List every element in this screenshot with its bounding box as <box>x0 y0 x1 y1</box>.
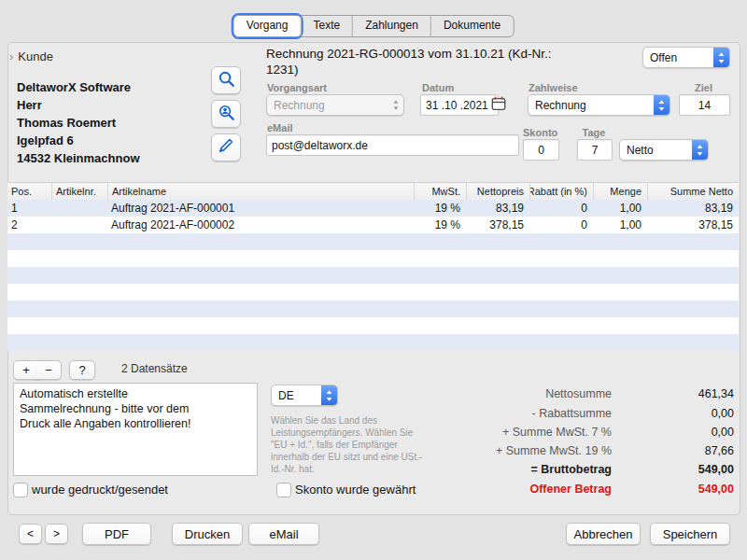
total-label-brutto: = Bruttobetrag <box>411 463 612 476</box>
customer-street: Igelpfad 6 <box>17 132 140 149</box>
edit-customer-button[interactable] <box>211 133 241 161</box>
cell-rabatt: 0 <box>529 200 593 217</box>
country-select-value: DE <box>272 385 321 405</box>
skonto-granted-checkbox[interactable] <box>276 483 291 497</box>
col-pos: Pos. <box>7 183 51 200</box>
printed-sent-checkbox[interactable] <box>13 483 28 497</box>
cell-artikelnr <box>51 200 107 217</box>
prev-record-button[interactable]: < <box>19 524 42 544</box>
total-label-offen: Offener Betrag <box>411 483 612 496</box>
skonto-label: Skonto <box>523 127 557 138</box>
cancel-button[interactable]: Abbrechen <box>566 523 641 545</box>
customer-city: 14532 Kleinmachnow <box>17 149 140 167</box>
cell-menge: 1,00 <box>593 217 647 233</box>
popup-arrows-icon <box>654 95 669 115</box>
cell-artikelname: Auftrag 2021-AF-000002 <box>107 217 414 233</box>
col-summe-netto: Summe Netto <box>647 183 739 200</box>
table-row[interactable]: 2 Auftrag 2021-AF-000002 19 % 378,15 0 1… <box>7 217 739 233</box>
tab-vorgang[interactable]: Vorgang <box>234 16 301 36</box>
customer-disclosure[interactable]: ›Kunde <box>9 49 53 63</box>
total-label: + Summe MwSt. 19 % <box>411 444 612 457</box>
skonto-field-value: 0 <box>538 144 544 157</box>
total-value: 461,34 <box>613 387 734 400</box>
search-person-icon <box>218 104 235 125</box>
cell-menge: 1,00 <box>593 200 647 217</box>
tab-zahlungen[interactable]: Zahlungen <box>352 16 430 36</box>
tab-texte[interactable]: Texte <box>300 16 352 36</box>
cell-summe: 378,15 <box>647 217 739 233</box>
datum-field-value: 31 .10 .2021 <box>426 99 488 112</box>
empty-row <box>7 317 739 334</box>
country-select[interactable]: DE <box>271 385 338 406</box>
cell-summe: 83,19 <box>647 200 739 217</box>
total-value-brutto: 549,00 <box>613 463 734 476</box>
cell-mwst: 19 % <box>414 200 466 217</box>
col-artikelname: Artikelname <box>107 183 414 200</box>
customer-section-label: Kunde <box>18 49 53 63</box>
col-nettopreis: Nettopreis <box>466 183 529 200</box>
empty-row <box>7 233 739 250</box>
status-select-value: Offen <box>643 48 713 67</box>
popup-arrows-icon <box>713 48 729 67</box>
total-value-offen: 549,00 <box>613 483 734 496</box>
table-body: 1 Auftrag 2021-AF-000001 19 % 83,19 0 1,… <box>7 200 739 351</box>
help-button[interactable]: ? <box>69 360 95 380</box>
pdf-button[interactable]: PDF <box>82 523 151 545</box>
cell-mwst: 19 % <box>414 217 466 233</box>
cell-pos: 2 <box>7 217 51 233</box>
total-label: + Summe MwSt. 7 % <box>411 426 612 439</box>
empty-row <box>7 267 739 284</box>
zahlweise-select-value: Rechnung <box>529 95 654 115</box>
table-row[interactable]: 1 Auftrag 2021-AF-000001 19 % 83,19 0 1,… <box>7 200 739 217</box>
add-row-button[interactable]: + <box>13 360 39 380</box>
cell-pos: 1 <box>7 200 51 217</box>
print-button[interactable]: Drucken <box>172 523 243 545</box>
ziel-field-value: 14 <box>698 99 711 112</box>
datum-field[interactable]: 31 .10 .2021 <box>420 94 499 116</box>
skonto-granted-checkbox-label: Skonto wurde gewährt <box>295 483 416 497</box>
netto-select[interactable]: Netto <box>619 139 709 161</box>
tab-dokumente[interactable]: Dokumente <box>430 16 513 36</box>
col-mwst: MwSt. <box>414 183 466 200</box>
empty-row <box>7 284 739 301</box>
table-header: Pos. Artikelnr. Artikelname MwSt. Nettop… <box>7 182 739 201</box>
col-artikelnr: Artikelnr. <box>51 183 107 200</box>
customer-address: DeltaworX Software Herr Thomas Roemert I… <box>17 78 140 167</box>
col-menge: Menge <box>593 183 647 200</box>
email-field-value: post@deltaworx.de <box>272 139 368 152</box>
email-field[interactable]: post@deltaworx.de <box>266 134 519 156</box>
total-value: 0,00 <box>613 407 734 420</box>
tage-field[interactable]: 7 <box>577 139 613 161</box>
disclosure-chevron-icon: › <box>9 49 13 63</box>
netto-select-value: Netto <box>620 140 692 160</box>
total-label: Nettosumme <box>411 387 612 400</box>
skonto-field[interactable]: 0 <box>523 139 559 161</box>
record-count: 2 Datensätze <box>121 362 188 375</box>
popup-arrows-icon <box>692 140 708 160</box>
cell-nettopreis: 378,15 <box>466 217 529 233</box>
empty-row <box>7 250 739 267</box>
next-record-button[interactable]: > <box>45 524 68 544</box>
zahlweise-select[interactable]: Rechnung <box>528 94 670 116</box>
email-button[interactable]: eMail <box>248 523 319 545</box>
ziel-field[interactable]: 14 <box>679 94 730 116</box>
customer-name: Thomas Roemert <box>17 114 140 132</box>
ziel-label: Ziel <box>679 82 728 93</box>
popup-arrows-icon <box>321 385 337 405</box>
save-button[interactable]: Speichern <box>650 523 730 545</box>
lookup-customer-button[interactable] <box>211 100 241 128</box>
remove-row-button[interactable]: − <box>36 360 62 380</box>
pencil-icon <box>218 137 234 158</box>
email-label: eMail <box>267 122 293 133</box>
datum-label: Datum <box>422 82 454 93</box>
search-customer-button[interactable] <box>211 66 241 94</box>
status-select[interactable]: Offen <box>642 47 730 68</box>
calendar-button[interactable] <box>490 95 507 112</box>
tab-bar: Vorgang Texte Zahlungen Dokumente <box>233 15 514 37</box>
popup-arrows-icon <box>388 95 403 115</box>
vorgangsart-select: Rechnung <box>266 94 404 116</box>
invoice-window: Vorgang Texte Zahlungen Dokumente ›Kunde… <box>0 0 747 560</box>
search-icon <box>218 70 235 91</box>
notes-textarea[interactable]: Automatisch erstellte Sammelrechnung - b… <box>13 383 258 476</box>
empty-row <box>7 334 739 351</box>
